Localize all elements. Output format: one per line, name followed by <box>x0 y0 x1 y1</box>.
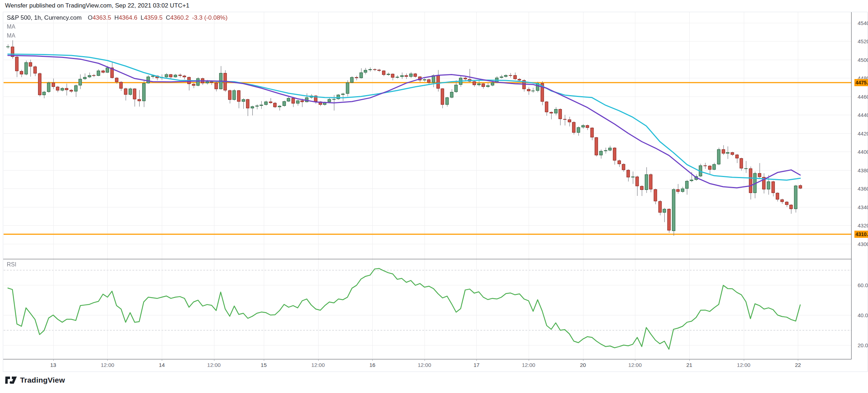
time-axis-tick <box>107 359 108 361</box>
ohlc-values: O4363.5H4364.6L4359.5C4360.2 <box>84 14 189 21</box>
legend-row-symbol: S&P 500, 1h, Currency.comO4363.5H4364.6L… <box>7 13 228 22</box>
footer-brand[interactable]: TradingView <box>5 376 65 384</box>
price-axis-label: 4460.0 <box>858 94 868 100</box>
time-axis-tick <box>318 359 319 361</box>
price-axis-label: 4540.0 <box>858 20 868 26</box>
published-header: Wensfer published on TradingView.com, Se… <box>5 2 189 9</box>
time-axis-label: 12:00 <box>207 362 221 368</box>
price-axis-label: 4340.0 <box>858 204 868 210</box>
ohlc-key: L <box>141 14 144 21</box>
time-axis-tick <box>635 359 635 361</box>
time-axis-label: 14 <box>159 362 165 368</box>
rsi-axis-label: 40.00 <box>858 312 868 318</box>
ohlc-value: 4364.6 <box>119 14 137 21</box>
rsi-axis-label: 20.00 <box>858 342 868 348</box>
time-axis-tick <box>372 359 373 361</box>
change-value: -3.3 (-0.08%) <box>192 14 227 21</box>
time-axis-label: 12:00 <box>522 362 535 368</box>
time-axis-separator <box>3 359 852 359</box>
symbol-title[interactable]: S&P 500, 1h, Currency.com <box>7 14 82 21</box>
rsi-indicator-label[interactable]: RSI <box>7 261 16 268</box>
time-axis-label: 16 <box>369 362 375 368</box>
time-axis-tick <box>425 359 425 361</box>
time-axis-tick <box>476 359 477 361</box>
time-axis-tick <box>53 359 54 361</box>
ma-indicator-label-1[interactable]: MA <box>7 22 228 31</box>
level-price-label[interactable]: 4310.6 <box>854 231 868 238</box>
time-axis-tick <box>689 359 690 361</box>
time-axis-tick <box>264 359 264 361</box>
time-axis-tick <box>798 359 798 361</box>
tradingview-logo-text: TradingView <box>20 376 65 384</box>
rsi-axis-label: 60.00 <box>858 282 868 288</box>
price-axis-label: 4520.0 <box>858 38 868 44</box>
chart-frame: S&P 500, 1h, Currency.comO4363.5H4364.6L… <box>3 12 868 372</box>
price-axis-label: 4440.0 <box>858 112 868 118</box>
tradingview-logo-icon <box>5 376 17 384</box>
chart-legend: S&P 500, 1h, Currency.comO4363.5H4364.6L… <box>7 13 228 40</box>
price-rsi-chart-canvas[interactable] <box>4 12 851 359</box>
price-axis-label: 4380.0 <box>858 167 868 173</box>
time-axis-label: 17 <box>474 362 480 368</box>
time-axis-label: 12:00 <box>101 362 115 368</box>
price-axis-separator[interactable] <box>851 12 852 359</box>
pane-separator[interactable] <box>3 259 852 259</box>
price-axis-label: 4420.0 <box>858 131 868 137</box>
price-axis-label: 4360.0 <box>858 186 868 192</box>
ohlc-value: 4360.2 <box>170 14 189 21</box>
time-axis-label: 22 <box>795 362 801 368</box>
time-axis-tick <box>214 359 214 361</box>
time-axis-tick <box>744 359 744 361</box>
time-axis-tick <box>583 359 583 361</box>
price-axis-label: 4300.0 <box>858 241 868 247</box>
time-axis-label: 12:00 <box>311 362 325 368</box>
time-axis-label: 13 <box>50 362 56 368</box>
ohlc-value: 4359.5 <box>144 14 163 21</box>
time-axis-tick <box>529 359 529 361</box>
time-axis-tick <box>162 359 162 361</box>
price-axis-label: 4320.0 <box>858 222 868 229</box>
ohlc-value: 4363.5 <box>92 14 111 21</box>
time-axis-label: 12:00 <box>737 362 751 368</box>
time-axis-label: 12:00 <box>628 362 642 368</box>
price-axis-label: 4500.0 <box>858 57 868 63</box>
ohlc-key: O <box>88 14 92 21</box>
time-axis-label: 20 <box>580 362 586 368</box>
level-price-label[interactable]: 4475.1 <box>854 79 868 86</box>
time-axis-label: 12:00 <box>418 362 431 368</box>
time-axis-label: 15 <box>261 362 267 368</box>
ohlc-key: H <box>114 14 118 21</box>
ohlc-key: C <box>166 14 170 21</box>
price-axis-label: 4400.0 <box>858 149 868 155</box>
time-axis-label: 21 <box>686 362 692 368</box>
ma-indicator-label-2[interactable]: MA <box>7 31 228 40</box>
